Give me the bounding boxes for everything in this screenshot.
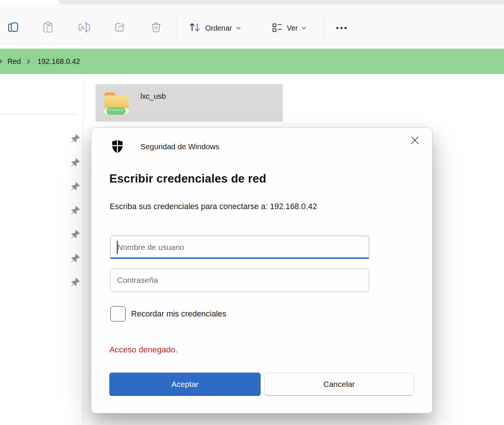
- username-field-wrapper: [110, 236, 369, 259]
- breadcrumb-chevron-icon: [0, 49, 3, 74]
- view-button[interactable]: Ver: [267, 18, 310, 39]
- dialog-app-title: Seguridad de Windows: [140, 142, 219, 151]
- file-explorer-window: A: [0, 0, 504, 425]
- more-options-icon: [335, 25, 350, 31]
- share-icon: [114, 21, 127, 35]
- windows-security-dialog: Seguridad de Windows Escribir credencial…: [91, 128, 432, 413]
- pin-icon: [71, 254, 81, 263]
- error-message: Acceso denegado.: [109, 345, 177, 355]
- breadcrumb-chevron-icon: [26, 49, 31, 74]
- delete-icon: [150, 21, 163, 35]
- toolbar: A: [0, 4, 504, 44]
- delete-button[interactable]: [146, 18, 167, 39]
- username-input[interactable]: [110, 236, 369, 259]
- pin-icon: [71, 230, 81, 239]
- sidebar-section-divider: [0, 114, 77, 114]
- chevron-down-icon: [301, 25, 307, 31]
- rename-button[interactable]: A: [74, 18, 95, 39]
- paste-button[interactable]: [37, 18, 58, 39]
- folder-name: lxc_usb: [140, 92, 166, 101]
- remember-label: Recordar mis credenciales: [131, 309, 227, 319]
- remember-credentials-row[interactable]: Recordar mis credenciales: [110, 306, 227, 322]
- password-field-wrapper: [110, 269, 369, 292]
- copy-button[interactable]: [3, 18, 24, 39]
- copy-icon: [7, 21, 19, 35]
- cancel-button[interactable]: Cancelar: [264, 373, 414, 396]
- pin-icon: [71, 206, 81, 215]
- windows-security-shield-icon: [111, 139, 124, 155]
- toolbar-divider: [324, 16, 325, 40]
- chevron-down-icon: [236, 25, 241, 31]
- close-icon: [410, 135, 420, 146]
- toolbar-divider: [176, 16, 176, 40]
- breadcrumb-item-red[interactable]: Red: [7, 49, 21, 74]
- pin-icon: [71, 182, 81, 192]
- folder-item-lxc-usb[interactable]: lxc_usb: [95, 84, 283, 122]
- breadcrumb-item-host[interactable]: 192.168.0.42: [37, 49, 80, 74]
- rename-icon: A: [78, 21, 91, 35]
- sort-arrows-icon: [188, 21, 201, 35]
- network-folder-icon: [101, 87, 132, 120]
- view-list-icon: [271, 21, 283, 35]
- remember-checkbox[interactable]: [110, 306, 126, 322]
- share-button[interactable]: [110, 18, 131, 39]
- sort-button[interactable]: Ordenar: [184, 18, 245, 39]
- address-bar[interactable]: Red 192.168.0.42: [0, 49, 504, 74]
- pin-icon: [71, 278, 81, 287]
- dialog-title: Escribir credenciales de red: [109, 172, 266, 186]
- more-options-button[interactable]: [332, 18, 353, 39]
- dialog-subtitle: Escriba sus credenciales para conectarse…: [110, 202, 317, 211]
- password-input[interactable]: [110, 269, 369, 292]
- svg-text:A: A: [81, 25, 85, 31]
- sort-label: Ordenar: [205, 24, 232, 33]
- tab-strip: [59, 0, 504, 4]
- view-label: Ver: [287, 24, 298, 33]
- paste-icon: [42, 21, 54, 35]
- accept-button[interactable]: Aceptar: [109, 373, 261, 396]
- pin-icon: [71, 134, 81, 144]
- pin-icon: [71, 158, 81, 168]
- close-button[interactable]: [406, 132, 423, 149]
- sidebar-divider: [83, 79, 84, 425]
